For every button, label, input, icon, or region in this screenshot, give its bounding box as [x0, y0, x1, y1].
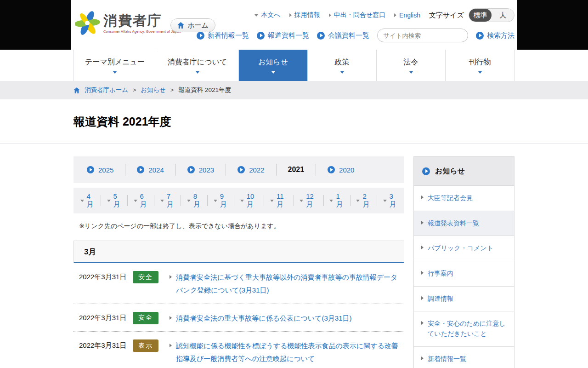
skip-to-content-link[interactable]: 本文へ — [254, 11, 280, 19]
meeting-materials-list-label: 会議資料一覧 — [328, 31, 369, 40]
month-9-link[interactable]: 9月 — [208, 195, 234, 206]
category-badge: 安全 — [133, 312, 158, 324]
sidebar-item-procurement[interactable]: 調達情報 — [414, 287, 514, 312]
recruit-label: 採用情報 — [294, 11, 320, 19]
breadcrumb-news-link[interactable]: お知らせ — [141, 86, 166, 94]
breadcrumb-band: 消費者庁ホーム > お知らせ > 報道資料 2021年度 — [0, 81, 588, 99]
nav-about-caa-label: 消費者庁について — [168, 58, 227, 67]
triangle-down-icon — [187, 200, 191, 202]
month-5-link[interactable]: 5月 — [101, 195, 128, 206]
month-7-link[interactable]: 7月 — [154, 195, 181, 206]
nav-theme-menu-label: テーマ別メニュー — [85, 58, 145, 67]
year-2025-link[interactable]: 2025 — [75, 164, 125, 176]
news-date: 2022年3月31日 — [79, 339, 133, 350]
content-column: 2025 2024 2023 2022 2021 2020 — [74, 156, 404, 368]
agency-subtitle: Consumer Affairs Agency, Government of J… — [103, 29, 181, 34]
nav-publications[interactable]: 刊行物 — [446, 50, 514, 81]
month-2-link[interactable]: 2月 — [351, 195, 377, 206]
new-info-list-label: 新着情報一覧 — [208, 31, 249, 40]
triangle-right-icon — [170, 275, 172, 279]
triangle-right-icon — [170, 344, 172, 347]
quick-links-row: 新着情報一覧 報道資料一覧 会議資料一覧 検索 検索方法 — [197, 29, 514, 42]
chevron-down-icon — [271, 71, 275, 74]
year-2023-label: 2023 — [199, 166, 214, 174]
news-date: 2022年3月31日 — [79, 271, 133, 282]
home-icon — [177, 22, 184, 29]
year-2020-link[interactable]: 2020 — [316, 164, 366, 176]
press-materials-list-link[interactable]: 報道資料一覧 — [257, 31, 309, 40]
brand[interactable]: 消費者庁 Consumer Affairs Agency, Government… — [75, 10, 181, 36]
search-input[interactable] — [378, 32, 468, 39]
circle-play-icon — [187, 166, 195, 173]
site-search: 検索 — [377, 29, 468, 42]
sidebar-item-events[interactable]: 行事案内 — [414, 261, 514, 287]
year-2021-label: 2021 — [288, 166, 305, 174]
nav-theme-menu[interactable]: テーマ別メニュー — [74, 50, 156, 81]
nav-laws-label: 法令 — [404, 58, 418, 67]
nav-policy[interactable]: 政策 — [308, 50, 377, 81]
triangle-down-icon — [160, 200, 164, 202]
main-nav-band: テーマ別メニュー 消費者庁について お知らせ 政策 法令 刊行物 — [0, 50, 588, 81]
year-2022-label: 2022 — [249, 166, 264, 174]
nav-laws[interactable]: 法令 — [377, 50, 446, 81]
sidebar-heading: お知らせ — [414, 157, 514, 186]
year-2022-link[interactable]: 2022 — [226, 164, 276, 176]
triangle-down-icon — [300, 200, 303, 202]
year-2024-link[interactable]: 2024 — [125, 164, 175, 176]
year-2025-label: 2025 — [98, 166, 113, 174]
title-band: 報道資料 2021年度 — [0, 99, 588, 144]
month-6-link[interactable]: 6月 — [128, 195, 154, 206]
news-row: 2022年3月31日 表示 認知機能に係る機能性を標ぼうする機能性表示食品の表示… — [74, 332, 404, 368]
sidebar-item-press-conference[interactable]: 大臣等記者会見 — [414, 186, 514, 211]
breadcrumb-home-link[interactable]: 消費者庁ホーム — [85, 86, 128, 94]
month-12-link[interactable]: 12月 — [294, 195, 324, 206]
contact-link[interactable]: 申出・問合せ窓口 — [329, 11, 385, 19]
sidebar-news-menu: お知らせ 大臣等記者会見 報道発表資料一覧 パブリック・コメント 行事案内 調達… — [413, 156, 514, 368]
nav-about-caa[interactable]: 消費者庁について — [156, 50, 239, 81]
chevron-down-icon — [340, 71, 344, 74]
font-size-standard-button[interactable]: 標準 — [469, 9, 492, 22]
triangle-down-icon — [383, 200, 387, 202]
circle-play-icon — [422, 167, 430, 175]
sidebar-item-press-release-list[interactable]: 報道発表資料一覧 — [414, 211, 514, 236]
month-11-link[interactable]: 11月 — [264, 195, 294, 206]
font-size-large-button[interactable]: 大 — [492, 9, 514, 22]
nav-policy-label: 政策 — [335, 58, 350, 67]
contact-label: 申出・問合せ窓口 — [334, 11, 385, 19]
new-info-list-link[interactable]: 新着情報一覧 — [197, 31, 249, 40]
triangle-right-icon — [289, 13, 292, 17]
category-badge: 安全 — [133, 271, 158, 283]
month-4-link[interactable]: 4月 — [74, 195, 101, 206]
news-link[interactable]: 消費者安全法の重大事故等に係る公表について(3月31日) — [176, 312, 404, 325]
triangle-down-icon — [254, 14, 258, 17]
month-1-link[interactable]: 1月 — [324, 195, 351, 206]
meeting-materials-list-link[interactable]: 会議資料一覧 — [317, 31, 369, 40]
breadcrumb-separator: > — [170, 87, 174, 93]
triangle-right-icon — [421, 296, 424, 300]
sidebar-item-new-info-list[interactable]: 新着情報一覧 — [414, 347, 514, 368]
font-size-label: 文字サイズ — [429, 11, 464, 20]
year-2024-label: 2024 — [148, 166, 164, 174]
circle-play-icon — [328, 166, 335, 173]
month-3-link[interactable]: 3月 — [377, 195, 403, 206]
news-date: 2022年3月31日 — [79, 312, 133, 322]
triangle-right-icon — [421, 356, 424, 360]
year-nav: 2025 2024 2023 2022 2021 2020 — [74, 156, 404, 183]
circle-play-icon — [257, 32, 265, 40]
english-link[interactable]: English — [394, 12, 420, 19]
sidebar-item-safety-caution[interactable]: 安全・安心のために注意していただきたいこと — [414, 311, 514, 346]
triangle-down-icon — [240, 200, 244, 202]
triangle-down-icon — [107, 200, 111, 202]
triangle-right-icon — [394, 13, 396, 17]
month-8-link[interactable]: 8月 — [181, 195, 208, 206]
news-link[interactable]: 消費者安全法に基づく重大事故等以外の消費者事故等の事故情報データバンク登録につい… — [176, 271, 404, 297]
recruit-link[interactable]: 採用情報 — [289, 11, 320, 19]
nav-news[interactable]: お知らせ — [239, 50, 308, 81]
year-2023-link[interactable]: 2023 — [176, 164, 226, 176]
month-10-link[interactable]: 10月 — [234, 195, 264, 206]
search-help-link[interactable]: 検索方法 — [476, 31, 514, 40]
triangle-down-icon — [80, 200, 84, 202]
news-link[interactable]: 認知機能に係る機能性を標ぼうする機能性表示食品の表示に関する改善指導及び一般消費… — [176, 339, 404, 365]
category-badge: 表示 — [133, 339, 158, 352]
sidebar-item-public-comment[interactable]: パブリック・コメント — [414, 236, 514, 261]
